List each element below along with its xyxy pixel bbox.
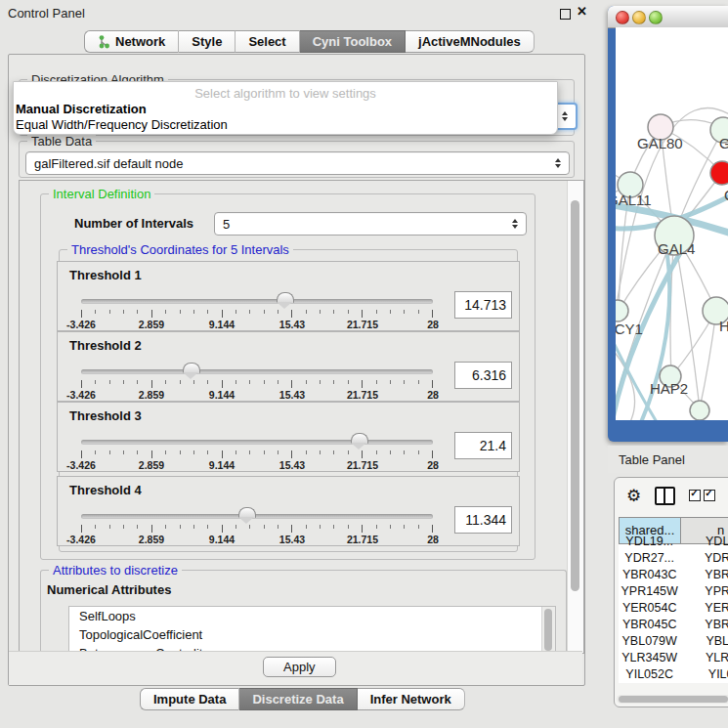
apply-button[interactable]: Apply — [263, 657, 336, 677]
node-red-selected[interactable] — [710, 161, 728, 185]
table-row[interactable]: YBL079WYBL0 — [619, 633, 728, 650]
threshold-value-field[interactable]: 11.344 — [454, 506, 512, 534]
slider-tick-labels: -3.426 2.859 9.144 15.43 21.715 28 — [81, 459, 433, 471]
vertical-scrollbar[interactable] — [567, 181, 583, 653]
columns-icon[interactable] — [655, 487, 675, 505]
table-panel-box: ⚙ shared... n YDL19...YDL1 YDR27...YDR2 … — [614, 477, 728, 707]
table-row[interactable]: YDR27...YDR2 — [619, 550, 728, 567]
network-window-titlebar[interactable] — [608, 6, 728, 28]
scrollbar-thumb[interactable] — [619, 696, 728, 703]
tab-network[interactable]: Network — [84, 30, 179, 53]
node-label-gal11: GAL11 — [616, 192, 652, 208]
scrollbar-thumb[interactable] — [571, 200, 579, 591]
bottom-tab-bar: Impute Data Discretize Data Infer Networ… — [140, 688, 465, 710]
tab-label: Discretize Data — [252, 692, 343, 707]
table-row[interactable]: YBR045CYBR0 — [619, 617, 728, 633]
table-row[interactable]: YPR145WYPR1 — [619, 583, 728, 600]
interval-definition-group: Interval Definition Number of Intervals … — [40, 193, 535, 560]
threshold-slider[interactable]: -3.426 2.859 9.144 15.43 21.715 28 — [81, 297, 433, 328]
node-label-gal4: GAL4 — [658, 240, 695, 257]
slider-track[interactable] — [81, 299, 433, 304]
node-table: shared... n YDL19...YDL1 YDR27...YDR2 YB… — [619, 517, 728, 691]
threshold-slider[interactable]: -3.426 2.859 9.144 15.43 21.715 28 — [81, 512, 433, 543]
slider-ticks — [81, 450, 433, 458]
node-left-partial[interactable] — [616, 300, 628, 321]
table-header-row: shared... n — [619, 517, 728, 534]
group-title: Threshold's Coordinates for 5 Intervals — [67, 242, 293, 257]
slider-tick-labels: -3.426 2.859 9.144 15.43 21.715 28 — [81, 389, 433, 401]
threshold-3-panel: Threshold 3 -3.426 2.859 9.144 15.43 21.… — [57, 402, 520, 472]
minimize-traffic-light-icon[interactable] — [632, 11, 646, 24]
zoom-traffic-light-icon[interactable] — [649, 11, 663, 24]
threshold-value-field[interactable]: 21.4 — [454, 432, 512, 459]
threshold-label: Threshold 4 — [69, 483, 142, 497]
scrollbar-thumb[interactable] — [544, 609, 552, 651]
popup-option-manual-discretization[interactable]: Manual Discretization — [16, 102, 147, 116]
list-item[interactable]: SelfLoops — [69, 607, 555, 625]
attributes-group: Attributes to discretize Numerical Attri… — [40, 570, 567, 659]
list-item[interactable]: TopologicalCoefficient — [69, 625, 555, 644]
table-row[interactable]: YLR345WYLR3 — [619, 650, 728, 666]
combo-arrows-icon — [512, 219, 518, 229]
table-row[interactable]: YBR043CYBR0 — [619, 567, 728, 583]
intervals-value: 5 — [223, 217, 506, 232]
node-label-partial-c: C — [724, 187, 728, 203]
numerical-attributes-list[interactable]: SelfLoops TopologicalCoefficient Between… — [68, 606, 556, 654]
group-title: Table Data — [27, 134, 96, 149]
tab-style[interactable]: Style — [179, 30, 236, 53]
close-traffic-light-icon[interactable] — [616, 11, 629, 24]
float-icon[interactable] — [560, 9, 571, 20]
node-label-gcy1: GCY1 — [616, 321, 643, 337]
cyni-toolbox-panel: Discretization Algorithm Table Data galF… — [8, 54, 585, 686]
tab-label: jActiveMNodules — [418, 34, 521, 49]
tab-label: Infer Network — [370, 692, 451, 707]
checkbox-icon[interactable] — [689, 490, 701, 501]
tab-jactivemnodules[interactable]: jActiveMNodules — [406, 30, 535, 53]
select-columns-icons[interactable] — [689, 490, 715, 501]
control-panel-titlebar: Control Panel ✕ — [0, 0, 606, 25]
tab-discretize-data[interactable]: Discretize Data — [239, 688, 357, 710]
horizontal-scrollbar[interactable] — [617, 695, 728, 704]
slider-track[interactable] — [81, 514, 433, 519]
node-label-hap2: HAP2 — [650, 380, 688, 397]
table-row[interactable]: YER054CYER0 — [619, 600, 728, 617]
threshold-slider[interactable]: -3.426 2.859 9.144 15.43 21.715 28 — [81, 438, 433, 469]
apply-bar: Apply — [9, 651, 582, 685]
table-data-combobox[interactable]: galFiltered.sif default node — [25, 151, 570, 175]
checkbox-icon[interactable] — [704, 490, 715, 501]
thresholds-group: Threshold's Coordinates for 5 Intervals … — [59, 249, 518, 552]
node-bottom-partial[interactable] — [690, 401, 709, 420]
algorithm-dropdown-popup: Select algorithm to view settings Manual… — [13, 81, 558, 135]
threshold-value-field[interactable]: 14.713 — [454, 291, 512, 319]
table-data-value: galFiltered.sif default node — [34, 156, 549, 171]
slider-track[interactable] — [81, 440, 433, 445]
threshold-label: Threshold 1 — [69, 268, 142, 282]
table-row[interactable]: YIL052CYIL0 — [619, 666, 728, 683]
table-data-group: Table Data galFiltered.sif default node — [19, 141, 575, 178]
list-scrollbar[interactable] — [541, 607, 555, 653]
tab-infer-network[interactable]: Infer Network — [358, 688, 465, 710]
table-panel-header: Table Panel — [608, 446, 728, 473]
slider-track[interactable] — [81, 369, 433, 374]
tab-impute-data[interactable]: Impute Data — [140, 688, 239, 710]
network-canvas[interactable]: GAL80 G. C GAL11 GAL4 GCY1 H HAP2 — [616, 27, 728, 420]
slider-ticks — [81, 310, 433, 318]
table-row[interactable]: YDL19...YDL1 — [619, 534, 728, 550]
tab-cyni-toolbox[interactable]: Cyni Toolbox — [300, 30, 406, 53]
tab-label: Style — [192, 34, 222, 49]
slider-thumb[interactable] — [351, 433, 368, 444]
network-graph: GAL80 G. C GAL11 GAL4 GCY1 H HAP2 — [616, 27, 728, 420]
slider-thumb[interactable] — [277, 292, 294, 303]
close-icon[interactable]: ✕ — [577, 4, 587, 19]
slider-thumb[interactable] — [183, 363, 200, 373]
numerical-attributes-label: Numerical Attributes — [47, 582, 171, 597]
popup-option-equal-width-frequency[interactable]: Equal Width/Frequency Discretization — [16, 117, 228, 132]
threshold-slider[interactable]: -3.426 2.859 9.144 15.43 21.715 28 — [81, 367, 433, 399]
slider-ticks — [81, 380, 433, 388]
threshold-value-field[interactable]: 6.316 — [454, 362, 512, 389]
slider-ticks — [81, 525, 433, 533]
number-of-intervals-combobox[interactable]: 5 — [214, 212, 527, 236]
gear-icon[interactable]: ⚙ — [626, 488, 641, 504]
slider-thumb[interactable] — [238, 507, 256, 518]
tab-select[interactable]: Select — [236, 30, 299, 53]
